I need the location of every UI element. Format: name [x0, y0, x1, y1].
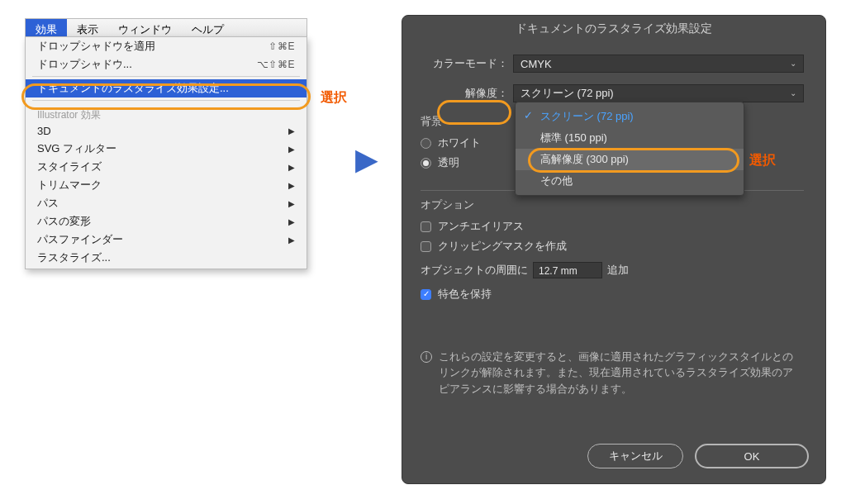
menu-item-trim-marks[interactable]: トリムマーク ▶	[26, 176, 307, 194]
menu-item-path-deform[interactable]: パスの変形 ▶	[26, 212, 307, 231]
background-transparent-label: 透明	[438, 155, 459, 170]
submenu-arrow-icon: ▶	[288, 235, 295, 245]
submenu-arrow-icon: ▶	[288, 199, 295, 208]
menu-item-pathfinder[interactable]: パスファインダー ▶	[26, 231, 307, 249]
padding-prefix: オブジェクトの周囲に	[421, 263, 528, 278]
resolution-option-150[interactable]: 標準 (150 ppi)	[516, 127, 744, 149]
submenu-arrow-icon: ▶	[288, 126, 295, 136]
info-row: i これらの設定を変更すると、画像に適用されたグラフィックスタイルとのリンクが解…	[421, 349, 804, 397]
info-icon: i	[421, 351, 432, 363]
clipmask-label: クリッピングマスクを作成	[438, 239, 567, 254]
dialog-title: ドキュメントのラスタライズ効果設定	[402, 16, 825, 41]
cancel-button[interactable]: キャンセル	[587, 444, 683, 468]
radio-icon	[421, 138, 431, 149]
background-white-label: ホワイト	[438, 136, 481, 150]
check-icon: ✓	[524, 109, 533, 121]
resolution-option-label: スクリーン (72 ppi)	[540, 109, 634, 124]
checkbox-icon	[421, 241, 431, 252]
dialog-panel: カラーモード： CMYK ⌄ 解像度： スクリーン (72 ppi) ⌄ 背景 …	[402, 41, 825, 397]
menu-separator	[32, 76, 300, 77]
menu-section-header: Illustrator 効果	[26, 103, 307, 121]
resolution-option-300[interactable]: 高解像度 (300 ppi)	[516, 149, 744, 170]
menu-section-label: Illustrator 効果	[37, 108, 295, 122]
menu-item-label: 3D	[37, 125, 283, 137]
submenu-arrow-icon: ▶	[288, 145, 295, 154]
color-mode-value: CMYK	[520, 58, 552, 70]
effect-menu-dropdown: ドロップシャドウを適用 ⇧⌘E ドロップシャドウ... ⌥⇧⌘E ドキュメントの…	[25, 36, 307, 269]
padding-row: オブジェクトの周囲に 12.7 mm 追加	[421, 262, 804, 278]
color-mode-row: カラーモード： CMYK ⌄	[421, 55, 804, 73]
menu-item-drop-shadow[interactable]: ドロップシャドウ... ⌥⇧⌘E	[26, 55, 307, 74]
annotation-label-right: 選択	[749, 152, 776, 169]
menu-item-path[interactable]: パス ▶	[26, 194, 307, 212]
resolution-option-label: 高解像度 (300 ppi)	[540, 152, 629, 167]
menu-item-label: トリムマーク	[37, 178, 283, 193]
menu-item-label: ドロップシャドウ...	[37, 57, 257, 72]
ok-button[interactable]: OK	[695, 444, 809, 468]
resolution-option-other[interactable]: その他	[516, 170, 744, 192]
menu-item-3d[interactable]: 3D ▶	[26, 121, 307, 140]
menu-item-label: ドロップシャドウを適用	[37, 39, 269, 54]
flow-arrow-icon: ▶	[355, 142, 378, 177]
annotation-label-left: 選択	[321, 89, 347, 107]
resolution-value: スクリーン (72 ppi)	[520, 86, 614, 101]
radio-icon	[421, 158, 431, 169]
antialias-row[interactable]: アンチエイリアス	[421, 219, 804, 234]
checkbox-icon	[421, 221, 431, 232]
chevron-down-icon: ⌄	[790, 88, 796, 97]
padding-suffix: 追加	[607, 263, 629, 278]
menu-item-label: ドキュメントのラスタライズ効果設定...	[37, 81, 295, 96]
submenu-arrow-icon: ▶	[288, 217, 295, 226]
menu-separator	[32, 100, 300, 101]
menu-item-label: パスの変形	[37, 214, 283, 229]
padding-input[interactable]: 12.7 mm	[533, 262, 602, 278]
info-text: これらの設定を変更すると、画像に適用されたグラフィックスタイルとのリンクが解除さ…	[439, 349, 799, 397]
resolution-option-label: 標準 (150 ppi)	[540, 131, 607, 145]
menu-item-rasterize[interactable]: ラスタライズ...	[26, 249, 307, 267]
menu-item-apply-drop-shadow[interactable]: ドロップシャドウを適用 ⇧⌘E	[26, 37, 307, 55]
resolution-option-72[interactable]: ✓ スクリーン (72 ppi)	[516, 106, 744, 127]
raster-settings-dialog: ドキュメントのラスタライズ効果設定 カラーモード： CMYK ⌄ 解像度： スク…	[402, 15, 826, 484]
menu-item-shortcut: ⌥⇧⌘E	[257, 59, 295, 70]
preserve-spot-label: 特色を保持	[438, 287, 492, 302]
checkbox-icon	[421, 289, 431, 300]
menu-item-label: パス	[37, 196, 283, 211]
resolution-dropdown-list: ✓ スクリーン (72 ppi) 標準 (150 ppi) 高解像度 (300 …	[515, 102, 744, 196]
menu-item-stylize[interactable]: スタイライズ ▶	[26, 158, 307, 176]
menu-item-label: ラスタライズ...	[37, 250, 295, 265]
resolution-row: 解像度： スクリーン (72 ppi) ⌄	[421, 84, 804, 102]
menu-item-raster-settings[interactable]: ドキュメントのラスタライズ効果設定...	[26, 79, 307, 97]
submenu-arrow-icon: ▶	[288, 163, 295, 172]
menu-item-label: パスファインダー	[37, 232, 283, 247]
resolution-label: 解像度：	[421, 86, 508, 101]
antialias-label: アンチエイリアス	[438, 219, 524, 234]
resolution-select[interactable]: スクリーン (72 ppi) ⌄	[513, 84, 804, 102]
color-mode-label: カラーモード：	[421, 56, 508, 71]
menu-item-label: スタイライズ	[37, 159, 283, 174]
submenu-arrow-icon: ▶	[288, 181, 295, 190]
menu-item-shortcut: ⇧⌘E	[269, 40, 295, 52]
chevron-down-icon: ⌄	[790, 59, 796, 68]
options-section-title: オプション	[421, 197, 804, 212]
clipmask-row[interactable]: クリッピングマスクを作成	[421, 239, 804, 254]
menu-item-svg-filter[interactable]: SVG フィルター ▶	[26, 140, 307, 158]
dialog-button-row: キャンセル OK	[587, 444, 809, 468]
resolution-option-label: その他	[540, 174, 573, 188]
menu-item-label: SVG フィルター	[37, 141, 283, 156]
color-mode-select[interactable]: CMYK ⌄	[513, 55, 804, 73]
preserve-spot-row[interactable]: 特色を保持	[421, 287, 804, 302]
